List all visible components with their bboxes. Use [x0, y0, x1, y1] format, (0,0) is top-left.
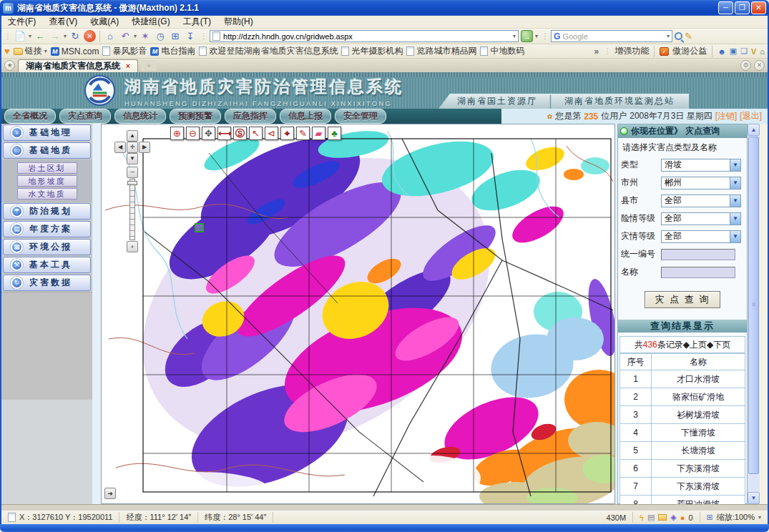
sidebar-item-basic-tools[interactable]: ⚒ 基本工具	[3, 257, 91, 273]
link-photo[interactable]: 光年摄影机构	[341, 45, 403, 57]
tab-settings-button[interactable]: ⚙	[740, 60, 751, 71]
sidebar-item-prevention-plan[interactable]: ☂ 防治规划	[3, 203, 91, 220]
zoom-in-button[interactable]: ⊕	[170, 127, 184, 140]
name-input[interactable]	[661, 267, 735, 278]
sidebar-item-base-geology[interactable]: ▭ 基础地质	[3, 142, 91, 159]
link-hunan-system[interactable]: 欢迎登陆湖南省地质灾害信息系统	[199, 45, 338, 57]
eraser-button[interactable]: ▰	[312, 127, 325, 140]
sidebar-sub-terrain-slope[interactable]: 地形坡度	[17, 175, 77, 187]
sidebar-item-env-bulletin[interactable]: ▦ 环境公报	[3, 239, 91, 255]
menu-file[interactable]: 文件(F)	[1, 16, 42, 28]
panel-scrollbar[interactable]: ▲ ▼	[748, 124, 760, 504]
logout-link[interactable]: [注销]	[715, 110, 738, 122]
search-dropdown[interactable]: ▾	[667, 33, 670, 39]
legend-button[interactable]: ♣	[328, 127, 341, 140]
nav-tab-overview[interactable]: 全省概况	[4, 109, 56, 124]
window-panel-icon[interactable]: ▣	[730, 46, 737, 56]
sidebar-sub-hydrogeology[interactable]: 水文地质	[17, 188, 77, 200]
menu-tools[interactable]: 工具(T)	[177, 16, 217, 28]
table-row[interactable]: 7下东溪滑坡	[620, 478, 745, 496]
link-city[interactable]: 览路城市精品网	[406, 45, 476, 57]
refresh-icon[interactable]: ↻	[69, 30, 82, 43]
history-clock-icon[interactable]: ◷	[154, 30, 167, 43]
disaster-query-button[interactable]: 灾 点 查 询	[645, 291, 721, 308]
sidebar-item-base-geography[interactable]: » 基础地理	[3, 124, 91, 141]
boost-icon[interactable]: ϟ	[640, 513, 644, 522]
enhance-label[interactable]: 增强功能	[614, 45, 649, 57]
nav-tab-disaster-query[interactable]: 灾点查询	[59, 109, 111, 124]
geological-map[interactable]	[102, 124, 615, 504]
sidebar-sub-rock-zoning[interactable]: 岩土区划	[17, 162, 77, 174]
restore-button[interactable]: ❐	[735, 1, 750, 14]
chevron-down-icon[interactable]: ▼	[730, 231, 740, 242]
close-button[interactable]: ✕	[751, 1, 766, 14]
sidebar-item-annual-plan[interactable]: ▤ 年度方案	[3, 221, 91, 237]
nav-tab-forecast[interactable]: 预测预警	[170, 109, 221, 124]
forward-icon[interactable]: →	[49, 30, 62, 43]
draw-button[interactable]: ✎	[296, 127, 310, 140]
highlighter-icon[interactable]: ✎	[685, 31, 692, 41]
unified-id-input[interactable]	[661, 249, 735, 260]
folder-icon[interactable]	[658, 514, 667, 521]
link-baofeng[interactable]: 暴风影音	[102, 45, 147, 57]
history-dropdown[interactable]: ▾	[64, 33, 67, 39]
magic-wand-icon[interactable]: ✶	[139, 30, 152, 43]
new-tab-dropdown[interactable]: ▾	[29, 33, 31, 39]
charity-shield-icon[interactable]: ✓	[660, 47, 669, 56]
tab-closeall-button[interactable]: ✕	[754, 60, 765, 71]
zoom-slider-thumb[interactable]	[127, 181, 137, 185]
new-tab-icon[interactable]: 📄	[14, 30, 26, 43]
messenger-icon[interactable]: ☻	[717, 47, 726, 56]
map-viewport[interactable]: ⊕ ⊖ ✥ ⟷ Ⓢ ↖ ⊲ ⌖ ✎ ▰ ♣ ▲ ◀ ✛ ▶ ▼ ─	[101, 124, 615, 504]
pan-down-button[interactable]: ▼	[127, 153, 138, 164]
table-row[interactable]: 5长塘滑坡	[620, 442, 745, 460]
table-row[interactable]: 1才口水滑坡	[620, 370, 745, 388]
pan-up-button[interactable]: ▲	[127, 130, 138, 142]
undo-icon[interactable]: ↶	[119, 30, 132, 43]
favorites-heart-icon[interactable]: ♥	[4, 46, 10, 56]
v-icon[interactable]: V	[751, 47, 756, 56]
pan-left-button[interactable]: ◀	[114, 142, 126, 153]
measure-button[interactable]: ⟷	[217, 127, 231, 140]
zoom-out-button[interactable]: ⊖	[186, 127, 200, 140]
chevron-down-icon[interactable]: ▼	[730, 213, 740, 225]
stop-icon[interactable]: ✕	[84, 30, 96, 42]
search-icon[interactable]	[675, 32, 682, 40]
scroll-up-icon[interactable]: ▲	[748, 124, 760, 136]
select-shape-button[interactable]: ⊲	[265, 127, 278, 140]
full-extent-button[interactable]: Ⓢ	[233, 127, 247, 140]
select-button[interactable]: ↖	[249, 127, 263, 140]
undo-dropdown[interactable]: ▾	[134, 33, 137, 39]
printer-icon[interactable]: ▤	[647, 513, 655, 522]
zoom-slider[interactable]	[129, 179, 135, 240]
chevron-down-icon[interactable]: ▼	[730, 177, 740, 189]
menu-favorites[interactable]: 收藏(A)	[84, 16, 125, 28]
download-icon[interactable]: ↧	[184, 30, 197, 43]
pan-right-button[interactable]: ▶	[139, 142, 150, 153]
menu-groups[interactable]: 快捷组(G)	[125, 16, 176, 28]
zoom-plus-button[interactable]: ＋	[127, 241, 138, 252]
damage-level-select[interactable]: 全部▼	[661, 230, 741, 243]
banner-link-monitor-station[interactable]: 湖南省地质环境监测总站	[564, 95, 675, 107]
county-select[interactable]: 全部▼	[661, 194, 741, 207]
link-radio[interactable]: M电台指南	[150, 45, 195, 57]
go-button[interactable]: →	[521, 30, 533, 42]
type-select[interactable]: 滑坡▼	[661, 159, 741, 172]
table-row[interactable]: 3衫树垅滑坡	[620, 406, 745, 424]
menu-view[interactable]: 查看(V)	[42, 16, 84, 28]
links-overflow-chevron[interactable]: »	[594, 46, 599, 56]
plugin-icon[interactable]: ◈	[670, 513, 676, 522]
address-bar[interactable]: http://dzzh.hndh.gov.cn/gridweb.aspx ▾	[210, 30, 519, 42]
nav-tab-report[interactable]: 信息上报	[280, 109, 331, 124]
tab-close-icon[interactable]: ×	[126, 62, 130, 70]
city-select[interactable]: 郴州▼	[661, 177, 741, 189]
zoom-dropdown-icon[interactable]: ▾	[758, 514, 761, 521]
nav-tab-security[interactable]: 安全管理	[335, 109, 386, 124]
zoom-cell[interactable]: ⊞ 缩放:100% ▾	[700, 512, 768, 523]
title-bar[interactable]: m 湖南省地质灾害信息系统 - 傲游(Maxthon) 2.1.1 ─ ❐ ✕	[0, 0, 769, 16]
link-zhongdi[interactable]: 中地数码	[480, 45, 524, 57]
menu-help[interactable]: 帮助(H)	[217, 16, 260, 28]
table-row[interactable]: 6下东溪滑坡	[620, 460, 745, 478]
links-folder[interactable]: 链接▾	[14, 45, 47, 57]
back-icon[interactable]: ←	[34, 30, 46, 43]
